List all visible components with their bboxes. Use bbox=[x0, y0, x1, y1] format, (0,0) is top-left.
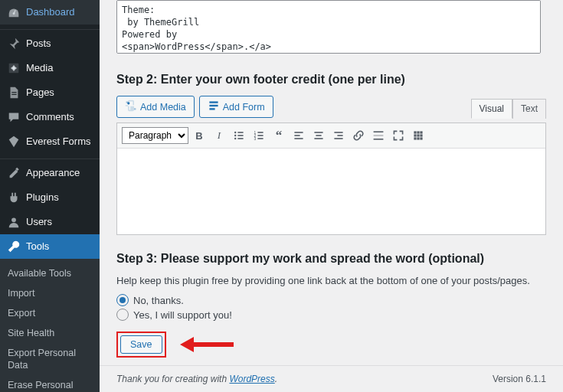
radio-yes[interactable] bbox=[116, 309, 129, 321]
svg-rect-43 bbox=[374, 139, 384, 140]
svg-rect-42 bbox=[374, 135, 384, 136]
svg-rect-38 bbox=[334, 132, 342, 133]
svg-rect-52 bbox=[420, 137, 422, 139]
link-button[interactable] bbox=[349, 126, 368, 145]
radio-no[interactable] bbox=[116, 294, 129, 306]
radio-yes-label: Yes, I will support you! bbox=[133, 309, 232, 321]
radio-no-row[interactable]: No, thanks. bbox=[116, 294, 546, 306]
ol-button[interactable]: 123 bbox=[250, 126, 268, 145]
add-media-button[interactable]: Add Media bbox=[116, 96, 195, 118]
save-button[interactable]: Save bbox=[120, 335, 162, 354]
svg-rect-18 bbox=[209, 105, 218, 106]
tools-icon bbox=[6, 239, 21, 254]
svg-rect-40 bbox=[334, 138, 342, 139]
sidebar-item-users[interactable]: Users bbox=[0, 210, 100, 234]
bold-button[interactable]: B bbox=[190, 126, 208, 145]
editor-toolbar: Paragraph B I 123 “ bbox=[117, 123, 545, 149]
ul-button[interactable] bbox=[230, 126, 248, 145]
add-form-label: Add Form bbox=[223, 102, 265, 113]
svg-rect-36 bbox=[316, 135, 321, 136]
svg-marker-54 bbox=[180, 337, 194, 352]
sidebar-item-appearance[interactable]: Appearance bbox=[0, 161, 100, 185]
svg-rect-31 bbox=[257, 138, 263, 139]
svg-rect-6 bbox=[11, 92, 16, 93]
sidebar-item-label: Tools bbox=[26, 240, 49, 253]
sidebar-item-label: Appearance bbox=[26, 166, 80, 180]
svg-rect-33 bbox=[294, 135, 300, 136]
svg-rect-35 bbox=[314, 132, 322, 133]
svg-rect-25 bbox=[237, 138, 243, 139]
sidebar-item-posts[interactable]: Posts bbox=[0, 31, 100, 56]
wp-footer: Thank you for creating with WordPress. V… bbox=[100, 365, 563, 392]
forms-icon bbox=[6, 134, 21, 149]
annotation-arrow-icon bbox=[180, 335, 234, 354]
fullscreen-button[interactable] bbox=[389, 126, 408, 145]
svg-rect-45 bbox=[417, 131, 419, 133]
svg-rect-7 bbox=[11, 94, 16, 95]
editor-content[interactable] bbox=[117, 149, 545, 234]
svg-rect-34 bbox=[294, 138, 303, 139]
sidebar-item-everest-forms[interactable]: Everest Forms bbox=[0, 129, 100, 154]
admin-sidebar: DashboardPostsMediaPagesCommentsEverest … bbox=[0, 0, 100, 392]
svg-rect-27 bbox=[257, 132, 263, 133]
svg-point-9 bbox=[11, 217, 16, 222]
footer-remove-textarea[interactable] bbox=[116, 0, 541, 54]
radio-yes-row[interactable]: Yes, I will support you! bbox=[116, 309, 546, 321]
svg-rect-44 bbox=[414, 131, 416, 133]
sidebar-item-pages[interactable]: Pages bbox=[0, 80, 100, 105]
footer-wordpress-link[interactable]: WordPress bbox=[229, 374, 274, 384]
sidebar-item-plugins[interactable]: Plugins bbox=[0, 185, 100, 210]
svg-rect-47 bbox=[414, 134, 416, 136]
users-icon bbox=[6, 214, 21, 230]
appearance-icon bbox=[6, 165, 21, 181]
tab-text[interactable]: Text bbox=[512, 99, 546, 119]
svg-rect-49 bbox=[420, 134, 422, 136]
align-left-button[interactable] bbox=[290, 126, 308, 145]
add-form-button[interactable]: Add Form bbox=[199, 96, 273, 118]
footer-thanks-suffix: . bbox=[275, 374, 277, 384]
submenu-item-export-personal-data[interactable]: Export Personal Data bbox=[0, 343, 100, 375]
svg-rect-39 bbox=[337, 135, 342, 136]
add-media-icon bbox=[125, 100, 137, 114]
svg-text:3: 3 bbox=[254, 137, 257, 141]
sidebar-item-label: Plugins bbox=[26, 191, 59, 204]
svg-rect-51 bbox=[417, 137, 419, 139]
align-right-button[interactable] bbox=[329, 126, 348, 145]
save-highlight-annotation: Save bbox=[116, 332, 166, 358]
submenu-item-erase-personal-data[interactable]: Erase Personal Data bbox=[0, 375, 100, 392]
italic-button[interactable]: I bbox=[210, 126, 228, 145]
svg-rect-19 bbox=[209, 108, 214, 109]
step2-heading: Step 2: Enter your own footer credit (on… bbox=[116, 73, 546, 87]
toolbar-toggle-button[interactable] bbox=[409, 126, 427, 145]
sidebar-item-dashboard[interactable]: Dashboard bbox=[0, 0, 100, 24]
submenu-item-site-health[interactable]: Site Health bbox=[0, 323, 100, 343]
svg-rect-32 bbox=[294, 132, 303, 133]
add-form-icon bbox=[208, 100, 220, 114]
sidebar-item-label: Dashboard bbox=[26, 5, 75, 19]
align-center-button[interactable] bbox=[309, 126, 328, 145]
quote-button[interactable]: “ bbox=[270, 126, 288, 145]
svg-rect-37 bbox=[314, 138, 322, 139]
pages-icon bbox=[6, 85, 21, 100]
sidebar-item-label: Posts bbox=[26, 37, 51, 51]
submenu-item-import[interactable]: Import bbox=[0, 283, 100, 303]
submenu-item-available-tools[interactable]: Available Tools bbox=[0, 263, 100, 283]
dashboard-icon bbox=[6, 5, 21, 20]
editor-tabs: Visual Text bbox=[471, 99, 546, 119]
tab-visual[interactable]: Visual bbox=[471, 99, 512, 119]
svg-rect-29 bbox=[257, 135, 263, 136]
readmore-button[interactable] bbox=[369, 126, 388, 145]
svg-rect-23 bbox=[237, 135, 243, 136]
footer-version: Version 6.1.1 bbox=[493, 374, 546, 384]
svg-point-24 bbox=[234, 138, 236, 139]
sidebar-item-media[interactable]: Media bbox=[0, 56, 100, 80]
svg-rect-48 bbox=[417, 134, 419, 136]
format-select[interactable]: Paragraph bbox=[122, 127, 188, 144]
comments-icon bbox=[6, 109, 21, 125]
submenu-item-export[interactable]: Export bbox=[0, 303, 100, 323]
radio-no-label: No, thanks. bbox=[133, 295, 184, 306]
sidebar-item-comments[interactable]: Comments bbox=[0, 105, 100, 129]
sidebar-item-label: Everest Forms bbox=[26, 135, 91, 149]
sidebar-item-tools[interactable]: Tools bbox=[0, 234, 100, 259]
plugins-icon bbox=[6, 190, 21, 205]
